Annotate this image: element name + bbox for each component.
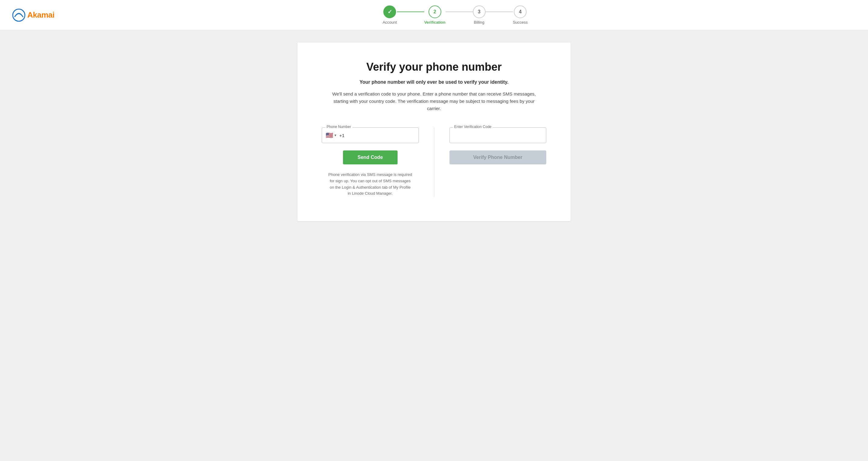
main-content: Verify your phone number Your phone numb… bbox=[0, 30, 868, 233]
flag-icon: 🇺🇸 bbox=[326, 132, 333, 139]
step-success: 4 Success bbox=[513, 5, 528, 25]
phone-input[interactable] bbox=[346, 133, 414, 138]
send-code-button[interactable]: Send Code bbox=[343, 151, 398, 164]
step-circle-verification: 2 bbox=[429, 5, 441, 18]
logo-text: Akamai bbox=[27, 10, 55, 20]
step-account: ✓ Account bbox=[383, 5, 397, 25]
phone-label: Phone Number bbox=[326, 125, 352, 129]
step-billing: 3 Billing bbox=[473, 5, 486, 25]
akamai-logo-icon bbox=[12, 8, 26, 22]
flag-selector[interactable]: 🇺🇸 ▾ bbox=[326, 132, 336, 139]
step-label-success: Success bbox=[513, 20, 528, 25]
step-label-billing: Billing bbox=[474, 20, 485, 25]
verification-section: Enter Verification Code Verify Phone Num… bbox=[434, 127, 547, 197]
svg-point-0 bbox=[13, 9, 25, 21]
page-title: Verify your phone number bbox=[322, 61, 546, 73]
header: Akamai ✓ Account 2 Verification 3 Billin… bbox=[0, 0, 868, 30]
verification-label: Enter Verification Code bbox=[453, 125, 493, 129]
step-circle-account: ✓ bbox=[383, 5, 396, 18]
step-connector-1 bbox=[397, 11, 424, 12]
subtitle: Your phone number will only ever be used… bbox=[322, 79, 546, 85]
content-card: Verify your phone number Your phone numb… bbox=[298, 42, 570, 221]
logo: Akamai bbox=[12, 8, 55, 22]
step-circle-success: 4 bbox=[514, 5, 527, 18]
disclaimer-text: Phone verification via SMS message is re… bbox=[328, 172, 413, 197]
step-connector-2 bbox=[445, 11, 473, 12]
step-label-account: Account bbox=[383, 20, 397, 25]
step-connector-3 bbox=[486, 11, 513, 12]
checkmark-icon: ✓ bbox=[388, 8, 392, 15]
step-circle-billing: 3 bbox=[473, 5, 486, 18]
chevron-down-icon: ▾ bbox=[335, 133, 336, 137]
step-verification: 2 Verification bbox=[424, 5, 445, 25]
phone-prefix: +1 bbox=[339, 133, 344, 138]
phone-section: Phone Number 🇺🇸 ▾ +1 Send Code Phone ver… bbox=[322, 127, 434, 197]
phone-input-wrapper[interactable]: 🇺🇸 ▾ +1 bbox=[322, 127, 419, 143]
verify-phone-button[interactable]: Verify Phone Number bbox=[450, 151, 547, 164]
form-area: Phone Number 🇺🇸 ▾ +1 Send Code Phone ver… bbox=[322, 127, 546, 197]
verification-field-group: Enter Verification Code bbox=[450, 127, 547, 143]
stepper: ✓ Account 2 Verification 3 Billing bbox=[55, 5, 856, 25]
step-label-verification: Verification bbox=[424, 20, 445, 25]
phone-field-group: Phone Number 🇺🇸 ▾ +1 bbox=[322, 127, 419, 143]
verification-code-input[interactable] bbox=[450, 127, 547, 143]
description: We'll send a verification code to your p… bbox=[331, 90, 537, 112]
